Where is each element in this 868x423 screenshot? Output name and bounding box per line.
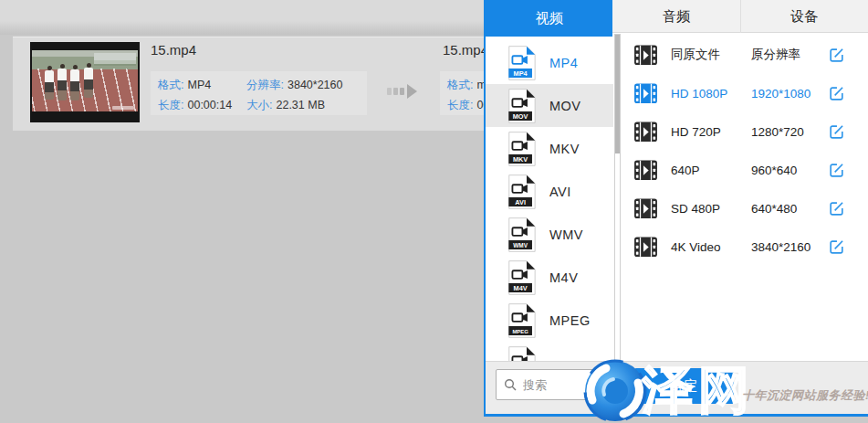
filmstrip-play-icon xyxy=(633,198,658,219)
quality-row-4k[interactable]: 4K Video 3840*2160 xyxy=(622,227,868,266)
search-box[interactable] xyxy=(496,369,613,400)
video-thumbnail xyxy=(30,42,140,122)
edit-icon[interactable] xyxy=(828,162,845,179)
quality-row-original[interactable]: 同原文件 原分辨率 xyxy=(622,36,868,74)
filmstrip-play-icon xyxy=(633,83,658,104)
format-item-m4v[interactable]: M4V M4V xyxy=(486,256,613,299)
edit-icon[interactable] xyxy=(828,238,845,256)
duration-label: 长度: xyxy=(447,99,473,111)
quality-resolution: 640*480 xyxy=(751,202,797,216)
tab-audio[interactable]: 音频 xyxy=(612,0,739,33)
resolution-value: 3840*2160 xyxy=(288,79,342,91)
format-item-partial[interactable] xyxy=(486,342,613,361)
quality-row-sd480p[interactable]: SD 480P 640*480 xyxy=(622,189,868,227)
quality-row-hd720p[interactable]: HD 720P 1280*720 xyxy=(622,112,868,151)
video-file-icon: MP4 xyxy=(507,45,537,81)
quality-list: 同原文件 原分辨率 HD 1080P 1920*1080 HD 720P 128… xyxy=(622,33,868,361)
quality-name: HD 720P xyxy=(671,125,751,139)
svg-text:AVI: AVI xyxy=(515,197,526,206)
svg-text:MPEG: MPEG xyxy=(512,328,528,333)
panel-tab-bar: 视频 音频 设备 xyxy=(486,0,868,33)
format-item-mp4[interactable]: MP4 MP4 xyxy=(486,41,613,84)
quality-resolution: 原分辨率 xyxy=(751,47,800,63)
thumbnail-building xyxy=(94,53,136,66)
quality-row-640p[interactable]: 640P 960*640 xyxy=(622,151,868,189)
filmstrip-play-icon xyxy=(633,160,658,181)
confirm-button[interactable]: 确定 xyxy=(634,368,734,404)
svg-text:WMV: WMV xyxy=(513,241,528,248)
quality-name: 640P xyxy=(671,164,751,177)
video-file-icon xyxy=(507,345,537,362)
video-file-icon: AVI xyxy=(507,174,537,210)
thumbnail-watermark xyxy=(112,106,134,110)
format-item-label: MOV xyxy=(549,99,581,113)
video-thumbnail-photo xyxy=(32,50,138,111)
size-label: 大小: xyxy=(246,99,272,111)
filmstrip-play-icon xyxy=(633,237,658,258)
scrollbar-thumb[interactable] xyxy=(615,35,620,153)
video-file-icon: MPEG xyxy=(507,302,537,339)
quality-resolution: 3840*2160 xyxy=(751,240,810,254)
video-file-icon: WMV xyxy=(507,217,537,253)
format-item-label: M4V xyxy=(549,270,578,285)
format-item-label: MKV xyxy=(549,142,580,156)
convert-arrow-icon xyxy=(387,84,417,99)
resolution-label: 分辨率: xyxy=(246,79,284,91)
size-value: 22.31 MB xyxy=(276,99,325,111)
format-item-mov[interactable]: MOV MOV xyxy=(486,84,613,127)
edit-icon[interactable] xyxy=(828,123,845,141)
svg-text:MP4: MP4 xyxy=(514,69,528,77)
format-list: MP4 MP4 MOV MOV MKV MKV AVI AVI WMV WMV … xyxy=(486,37,613,361)
thumbnail-person xyxy=(70,69,79,100)
svg-text:MKV: MKV xyxy=(513,154,528,163)
quality-name: 同原文件 xyxy=(671,47,751,63)
edit-icon[interactable] xyxy=(828,200,845,217)
edit-icon[interactable] xyxy=(828,47,845,64)
format-item-wmv[interactable]: WMV WMV xyxy=(486,213,613,256)
thumbnail-person xyxy=(58,69,67,100)
format-item-mkv[interactable]: MKV MKV xyxy=(486,127,613,170)
format-item-label: MP4 xyxy=(549,56,578,70)
filmstrip-play-icon xyxy=(633,45,658,66)
video-file-icon: MOV xyxy=(507,88,537,124)
output-file-title: 15.mp4 xyxy=(443,42,488,58)
format-value: MP4 xyxy=(187,79,211,91)
search-input[interactable] xyxy=(523,378,607,392)
duration-label: 长度: xyxy=(158,99,183,111)
filmstrip-play-icon xyxy=(633,122,658,143)
tab-device[interactable]: 设备 xyxy=(740,0,868,33)
quality-row-hd1080p[interactable]: HD 1080P 1920*1080 xyxy=(622,74,868,112)
output-format-panel: 视频 音频 设备 MP4 MP4 MOV MOV MKV MKV AVI AVI… xyxy=(484,0,868,417)
video-file-icon: MKV xyxy=(507,131,537,167)
svg-text:MOV: MOV xyxy=(513,111,528,120)
format-item-mpeg[interactable]: MPEG MPEG xyxy=(486,299,613,342)
thumbnail-person xyxy=(45,70,54,100)
format-label: 格式: xyxy=(158,79,183,91)
format-list-scrollbar[interactable] xyxy=(614,34,621,363)
video-file-icon: M4V xyxy=(507,259,537,296)
thumbnail-person xyxy=(84,68,93,98)
svg-text:M4V: M4V xyxy=(514,283,528,291)
format-item-label: WMV xyxy=(549,227,583,242)
quality-name: HD 1080P xyxy=(671,87,751,100)
format-item-avi[interactable]: AVI AVI xyxy=(486,170,613,213)
panel-footer: 确定 xyxy=(486,361,868,414)
tab-video[interactable]: 视频 xyxy=(486,0,612,37)
quality-name: 4K Video xyxy=(671,240,751,254)
format-item-label: MPEG xyxy=(549,313,591,328)
search-icon xyxy=(504,378,517,391)
format-item-label: AVI xyxy=(549,185,571,199)
quality-resolution: 1280*720 xyxy=(751,125,804,139)
quality-name: SD 480P xyxy=(671,202,751,216)
quality-resolution: 960*640 xyxy=(751,164,797,177)
duration-value: 00:00:14 xyxy=(187,99,232,111)
edit-icon[interactable] xyxy=(828,85,845,102)
quality-resolution: 1920*1080 xyxy=(751,87,810,100)
source-file-info: 格式:MP4 分辨率:3840*2160 长度:00:00:14 大小:22.3… xyxy=(151,71,367,115)
source-file-title: 15.mp4 xyxy=(151,42,196,58)
format-label: 格式: xyxy=(447,79,473,91)
